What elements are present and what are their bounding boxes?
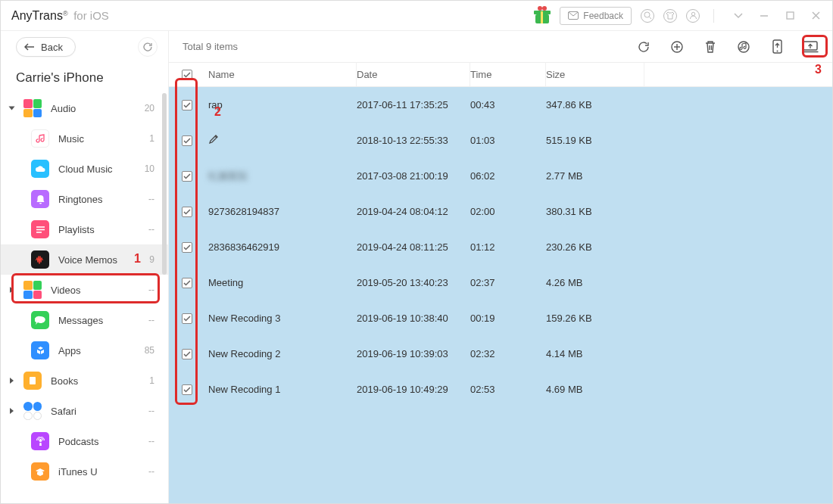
table-row[interactable]: Meeting2019-05-20 13:40:2302:374.26 MB: [169, 265, 832, 300]
maximize-icon[interactable]: [784, 10, 796, 22]
sidebar-item-ringtones[interactable]: Ringtones --: [1, 184, 168, 214]
column-date: Date: [357, 63, 470, 86]
shirt-icon[interactable]: [663, 9, 677, 23]
search-icon[interactable]: [641, 9, 654, 23]
svg-rect-5: [787, 12, 794, 19]
cell-size: 347.86 KB: [546, 99, 644, 110]
device-name: Carrie's iPhone: [1, 63, 168, 93]
to-device-icon[interactable]: [769, 39, 785, 55]
refresh-button[interactable]: [138, 37, 158, 57]
sidebar-scrollbar[interactable]: [162, 93, 167, 500]
voice-memo-icon: [31, 250, 49, 269]
column-name: Name: [205, 63, 357, 86]
cell-date: 2019-06-19 10:38:40: [357, 313, 470, 324]
select-all-checkbox[interactable]: [182, 70, 192, 80]
table-header: Name Date Time Size: [169, 63, 832, 87]
sidebar-item-videos[interactable]: Videos --: [1, 275, 168, 305]
row-checkbox[interactable]: [182, 349, 192, 359]
cell-time: 01:12: [470, 241, 546, 253]
row-checkbox[interactable]: [182, 207, 192, 217]
to-itunes-icon[interactable]: [735, 39, 752, 55]
music-icon: [31, 129, 49, 148]
cell-time: 00:19: [470, 313, 546, 324]
table-row[interactable]: 红旗医院2017-03-08 21:00:1906:022.77 MB: [169, 158, 832, 194]
sidebar-item-books[interactable]: Books 1: [1, 366, 168, 396]
graduation-icon: [31, 462, 49, 481]
sidebar: Back Carrie's iPhone Audio 20: [1, 31, 169, 503]
table-row[interactable]: New Recoding 32019-06-19 10:38:4000:1915…: [169, 300, 832, 336]
cell-time: 02:00: [470, 206, 546, 217]
row-checkbox[interactable]: [182, 278, 192, 288]
sidebar-item-cloud-music[interactable]: Cloud Music 10: [1, 154, 168, 184]
sidebar-item-music[interactable]: Music 1: [1, 123, 168, 154]
back-label: Back: [41, 42, 63, 53]
cell-date: 2018-10-13 22:55:33: [357, 135, 470, 146]
feedback-button[interactable]: Feedback: [560, 7, 632, 25]
cell-size: 515.19 KB: [546, 135, 644, 146]
svg-line-2: [649, 17, 651, 20]
sidebar-item-safari[interactable]: Safari --: [1, 396, 168, 426]
videos-group-icon: [23, 281, 42, 299]
cell-time: 02:32: [470, 348, 546, 359]
cell-size: 4.69 MB: [546, 384, 644, 395]
row-checkbox[interactable]: [182, 384, 192, 395]
pencil-icon: [208, 135, 218, 147]
delete-icon[interactable]: [702, 39, 719, 55]
svg-point-3: [691, 12, 694, 15]
sidebar-item-playlists[interactable]: Playlists --: [1, 214, 168, 244]
cell-time: 02:37: [470, 277, 546, 288]
row-checkbox[interactable]: [182, 171, 192, 182]
svg-point-1: [644, 12, 650, 17]
sidebar-item-voice-memos[interactable]: Voice Memos 9: [1, 244, 168, 275]
cell-name: 红旗医院: [205, 170, 357, 183]
apps-icon: [31, 341, 49, 359]
chevron-down-icon[interactable]: [732, 10, 744, 22]
sidebar-item-apps[interactable]: Apps 85: [1, 335, 168, 366]
column-size: Size: [546, 63, 644, 86]
cell-name: New Recoding 2: [205, 348, 357, 359]
row-checkbox[interactable]: [182, 242, 192, 253]
cell-date: 2019-05-20 13:40:23: [357, 277, 470, 288]
sidebar-item-messages[interactable]: Messages --: [1, 305, 168, 335]
table-body: rap2017-06-11 17:35:2500:43347.86 KB2018…: [169, 87, 832, 503]
table-row[interactable]: 92736281948372019-04-24 08:04:1202:00380…: [169, 194, 832, 229]
cell-size: 4.14 MB: [546, 348, 644, 359]
row-checkbox[interactable]: [182, 100, 192, 110]
app-brand: AnyTrans® for iOS: [11, 9, 109, 23]
cloud-icon: [31, 160, 49, 178]
table-row[interactable]: 2018-10-13 22:55:3301:03515.19 KB: [169, 123, 832, 158]
table-row[interactable]: rap2017-06-11 17:35:2500:43347.86 KB: [169, 87, 832, 123]
svg-rect-11: [30, 377, 36, 384]
cell-name: Meeting: [205, 277, 357, 288]
gift-icon[interactable]: [534, 8, 551, 24]
refresh-icon[interactable]: [635, 39, 652, 55]
titlebar: AnyTrans® for iOS Feedback: [1, 1, 832, 31]
cell-size: 2.77 MB: [546, 170, 644, 182]
books-icon: [23, 372, 42, 390]
cell-size: 230.26 KB: [546, 241, 644, 253]
row-checkbox[interactable]: [182, 135, 192, 146]
close-icon[interactable]: [810, 10, 822, 22]
column-time: Time: [470, 63, 546, 86]
cell-time: 00:43: [470, 99, 546, 110]
cell-date: 2017-06-11 17:35:25: [357, 99, 470, 110]
user-icon[interactable]: [686, 9, 700, 23]
feedback-label: Feedback: [583, 11, 623, 21]
to-computer-icon[interactable]: [802, 39, 819, 55]
cell-date: 2019-06-19 10:49:29: [357, 384, 470, 395]
cell-size: 159.26 KB: [546, 313, 644, 324]
sidebar-item-podcasts[interactable]: Podcasts --: [1, 426, 168, 456]
sidebar-item-audio[interactable]: Audio 20: [1, 93, 168, 123]
cell-date: 2019-06-19 10:39:03: [357, 348, 470, 359]
chat-icon: [31, 311, 49, 329]
minimize-icon[interactable]: [758, 10, 770, 22]
cell-time: 02:53: [470, 384, 546, 395]
table-row[interactable]: 28368364629192019-04-24 08:11:2501:12230…: [169, 229, 832, 265]
back-button[interactable]: Back: [16, 37, 76, 57]
content-toolbar: Total 9 items: [169, 31, 832, 63]
table-row[interactable]: New Recoding 22019-06-19 10:39:0302:324.…: [169, 336, 832, 372]
table-row[interactable]: New Recoding 12019-06-19 10:49:2902:534.…: [169, 372, 832, 407]
sidebar-item-itunes-u[interactable]: iTunes U --: [1, 456, 168, 487]
add-icon[interactable]: [669, 39, 685, 55]
row-checkbox[interactable]: [182, 313, 192, 324]
